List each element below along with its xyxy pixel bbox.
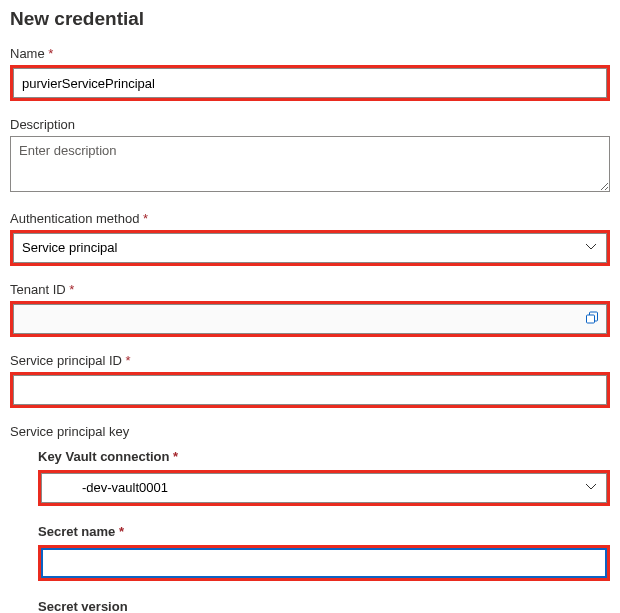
name-field: Name xyxy=(10,46,610,101)
name-label: Name xyxy=(10,46,610,61)
auth-method-select[interactable]: Service principal xyxy=(13,233,607,263)
secret-version-label: Secret version xyxy=(38,599,610,613)
sp-key-label: Service principal key xyxy=(10,424,610,439)
secret-name-field: Secret name xyxy=(38,524,610,581)
secret-name-input[interactable] xyxy=(41,548,607,578)
tenant-id-field: Tenant ID xyxy=(10,282,610,337)
sp-key-section: Service principal key Key Vault connecti… xyxy=(10,424,610,613)
auth-method-label: Authentication method xyxy=(10,211,610,226)
sp-id-field: Service principal ID xyxy=(10,353,610,408)
sp-id-label: Service principal ID xyxy=(10,353,610,368)
tenant-id-input[interactable] xyxy=(13,304,607,334)
sp-id-input[interactable] xyxy=(13,375,607,405)
kv-conn-field: Key Vault connection -dev-vault0001 xyxy=(38,449,610,506)
page-title: New credential xyxy=(10,8,610,30)
secret-version-field: Secret version xyxy=(38,599,610,613)
svg-rect-1 xyxy=(587,315,595,323)
tenant-id-label: Tenant ID xyxy=(10,282,610,297)
auth-method-field: Authentication method Service principal xyxy=(10,211,610,266)
description-field: Description xyxy=(10,117,610,195)
copy-icon[interactable] xyxy=(585,311,599,328)
description-label: Description xyxy=(10,117,610,132)
description-input[interactable] xyxy=(10,136,610,192)
kv-conn-label: Key Vault connection xyxy=(38,449,610,464)
kv-conn-select[interactable]: -dev-vault0001 xyxy=(41,473,607,503)
name-input[interactable] xyxy=(13,68,607,98)
secret-name-label: Secret name xyxy=(38,524,610,539)
